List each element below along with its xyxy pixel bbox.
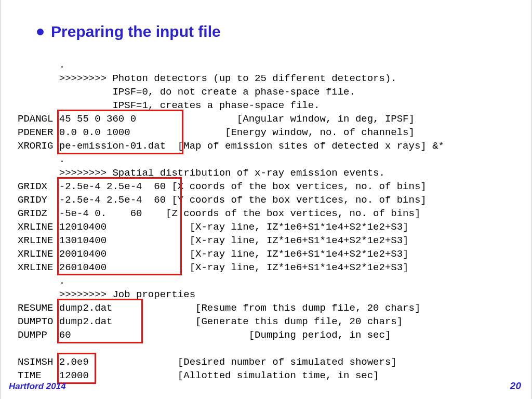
footer-left: Hartford 2014: [9, 381, 66, 392]
footer-page-number: 20: [510, 380, 521, 392]
highlight-sim-time: [57, 353, 96, 384]
code-line: .: [18, 275, 65, 287]
highlight-detector-params: [57, 110, 183, 154]
highlight-spatial-grid: [57, 177, 182, 275]
code-line: IPSF=0, do not create a phase-space file…: [18, 86, 355, 98]
bullet-icon: [37, 29, 44, 35]
title-row: Preparing the input file: [37, 23, 221, 41]
code-line: .: [18, 154, 65, 165]
highlight-job-dump: [57, 299, 143, 343]
code-line: >>>>>>>> Photon detectors (up to 25 diff…: [18, 73, 397, 84]
slide-title: Preparing the input file: [51, 23, 221, 41]
slide: Preparing the input file . >>>>>>>> Phot…: [0, 0, 532, 399]
code-line: .: [18, 59, 65, 71]
